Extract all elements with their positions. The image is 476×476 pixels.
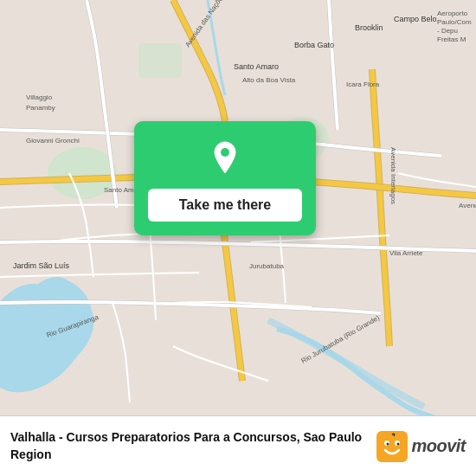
aeroporto-label: Aeroporto (437, 10, 468, 17)
avenida-interlagos-label: Avenida Interlagos (389, 147, 397, 204)
svg-text:Freitas M: Freitas M (437, 35, 466, 43)
vila-arriete-label: Vila Arriete (389, 249, 423, 257)
svg-point-13 (397, 442, 400, 445)
borba-gato-label: Borba Gato (294, 41, 334, 49)
svg-rect-9 (376, 431, 408, 462)
svg-text:- Depu: - Depu (437, 27, 458, 35)
moovit-logo: moovit (376, 431, 466, 462)
jardim-label: Jardim São Luís (13, 261, 70, 270)
campo-belo-label: Campo Belo (394, 15, 437, 23)
giovanni-label: Giovanni Gronchi (26, 137, 80, 145)
map-container[interactable]: Brooklin Campo Belo Aeroporto Paulo/Com … (0, 0, 476, 415)
santo-amaro-label: Santo Amaro (234, 62, 279, 71)
brooklin-label: Brooklin (355, 23, 383, 32)
moovit-text: moovit (411, 436, 466, 456)
bottom-bar: Valhalla - Cursos Preparatorios Para a C… (0, 415, 476, 476)
moovit-face-icon (376, 431, 408, 462)
svg-point-12 (387, 442, 389, 445)
destination-text: Valhalla - Cursos Preparatorios Para a C… (10, 429, 376, 463)
cara-flora-label: Icara Flora (346, 80, 380, 88)
alto-boa-vista-label: Alto da Boa Vista (242, 76, 296, 84)
avenida-right-label: Avenue (459, 202, 476, 209)
vilaggio-label: Villaggio (26, 93, 53, 101)
card-overlay: Take me there (134, 121, 316, 235)
svg-rect-3 (138, 43, 182, 78)
svg-text:Panamby: Panamby (26, 104, 55, 112)
svg-text:Paulo/Com: Paulo/Com (437, 18, 472, 26)
location-pin-icon (206, 138, 244, 177)
take-me-there-button[interactable]: Take me there (148, 189, 302, 222)
svg-point-8 (221, 148, 229, 157)
jurubatuba-label: Jurubatuba (249, 262, 285, 270)
